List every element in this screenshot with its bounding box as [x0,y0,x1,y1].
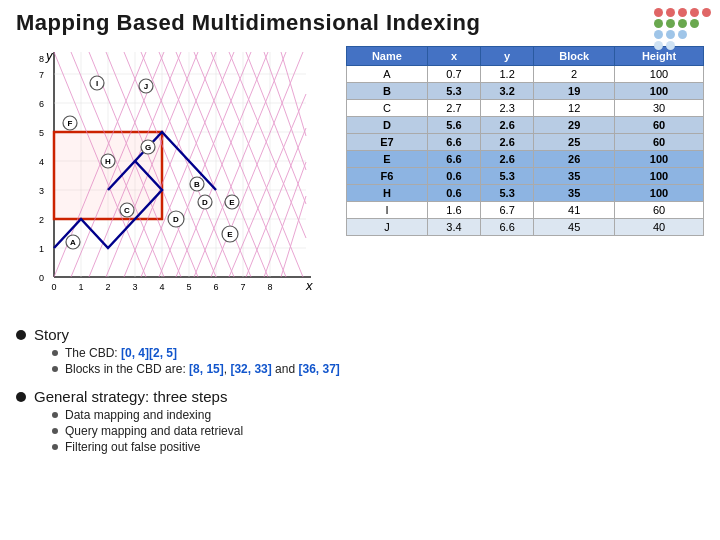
table-cell-block: 26 [534,151,615,168]
svg-line-48 [229,94,306,277]
story-sub2-text: Blocks in the CBD are: [8, 15], [32, 33]… [65,362,340,376]
story-sub2: Blocks in the CBD are: [8, 15], [32, 33]… [52,362,340,376]
table-cell-height: 60 [615,202,704,219]
deco-dot [702,30,711,39]
svg-text:C: C [124,206,130,215]
table-row: I1.66.74160 [347,202,704,219]
table-cell-x: 3.4 [427,219,480,236]
blocks-range2: [32, 33] [230,362,271,376]
cbd-range: [0, 4][2, 5] [121,346,177,360]
deco-dot [666,30,675,39]
table-cell-y: 2.6 [481,134,534,151]
table-cell-block: 12 [534,100,615,117]
table-row: A0.71.22100 [347,66,704,83]
sub-dot [52,428,58,434]
table-cell-name: E7 [347,134,428,151]
deco-dot [690,8,699,17]
deco-dot [654,8,663,17]
svg-text:1: 1 [39,244,44,254]
table-cell-block: 41 [534,202,615,219]
svg-text:4: 4 [159,282,164,292]
table-row: D5.62.62960 [347,117,704,134]
table-cell-block: 29 [534,117,615,134]
table-cell-y: 2.6 [481,151,534,168]
table-cell-block: 2 [534,66,615,83]
svg-text:6: 6 [39,99,44,109]
slide: Mapping Based Multidimensional Indexing … [0,0,720,540]
svg-text:2: 2 [39,215,44,225]
table-cell-height: 100 [615,83,704,100]
svg-text:A: A [70,238,76,247]
table-cell-y: 6.6 [481,219,534,236]
col-name: Name [347,47,428,66]
deco-dot [702,19,711,28]
table-row: E76.62.62560 [347,134,704,151]
table-cell-x: 1.6 [427,202,480,219]
svg-text:3: 3 [39,186,44,196]
table-cell-y: 2.3 [481,100,534,117]
step-text: Query mapping and data retrieval [65,424,243,438]
svg-text:6: 6 [213,282,218,292]
deco-dot [666,8,675,17]
table-cell-block: 25 [534,134,615,151]
svg-text:1: 1 [78,282,83,292]
deco-dot [678,8,687,17]
general-step: Data mapping and indexing [52,408,243,422]
deco-dot [654,41,663,50]
table-area: Name x y Block Height A0.71.22100B5.33.2… [346,42,704,312]
story-bullet: Story The CBD: [0, 4][2, 5] Blocks in th… [16,326,704,378]
svg-text:y: y [45,48,54,63]
deco-dot [690,30,699,39]
table-cell-name: D [347,117,428,134]
table-cell-name: E [347,151,428,168]
step-text: Data mapping and indexing [65,408,211,422]
svg-text:8: 8 [39,54,44,64]
table-cell-height: 30 [615,100,704,117]
deco-dot [690,41,699,50]
page-title: Mapping Based Multidimensional Indexing [16,10,704,36]
table-cell-height: 100 [615,151,704,168]
deco-dot [702,8,711,17]
step-text: Filtering out false positive [65,440,200,454]
svg-text:2: 2 [105,282,110,292]
story-sub-bullets: The CBD: [0, 4][2, 5] Blocks in the CBD … [52,346,340,376]
table-cell-block: 35 [534,168,615,185]
general-label: General strategy: three steps [34,388,227,405]
table-cell-y: 1.2 [481,66,534,83]
table-row: B5.33.219100 [347,83,704,100]
table-cell-y: 3.2 [481,83,534,100]
bullets-section: Story The CBD: [0, 4][2, 5] Blocks in th… [16,326,704,456]
svg-text:E: E [229,198,235,207]
svg-text:G: G [145,143,151,152]
svg-text:H: H [105,157,111,166]
bullet-dot-story [16,330,26,340]
table-row: J3.46.64540 [347,219,704,236]
coordinate-graph: y x 0 1 2 3 4 5 6 7 8 0 1 2 3 4 5 [16,42,326,307]
table-cell-x: 0.7 [427,66,480,83]
table-cell-block: 45 [534,219,615,236]
sub-dot [52,412,58,418]
deco-dot [690,19,699,28]
table-cell-name: H [347,185,428,202]
deco-dot [654,19,663,28]
svg-text:D: D [202,198,208,207]
table-cell-y: 5.3 [481,185,534,202]
graph-area: y x 0 1 2 3 4 5 6 7 8 0 1 2 3 4 5 [16,42,336,312]
table-row: E6.62.626100 [347,151,704,168]
svg-text:4: 4 [39,157,44,167]
blocks-range: [8, 15] [189,362,224,376]
story-sub1: The CBD: [0, 4][2, 5] [52,346,340,360]
col-x: x [427,47,480,66]
sub-dot [52,444,58,450]
general-step: Query mapping and data retrieval [52,424,243,438]
deco-dot [654,30,663,39]
table-cell-name: C [347,100,428,117]
data-table: Name x y Block Height A0.71.22100B5.33.2… [346,46,704,236]
story-sub1-text: The CBD: [0, 4][2, 5] [65,346,177,360]
table-cell-x: 5.3 [427,83,480,100]
svg-text:D: D [173,215,179,224]
general-bullet: General strategy: three steps Data mappi… [16,388,704,456]
table-cell-name: J [347,219,428,236]
deco-dot [666,41,675,50]
svg-text:8: 8 [267,282,272,292]
